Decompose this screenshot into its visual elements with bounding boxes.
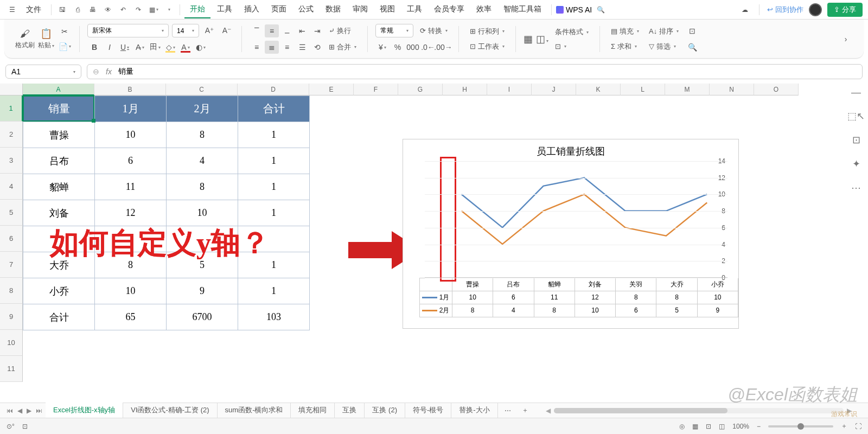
table-header-cell[interactable]: 合计 xyxy=(238,96,310,122)
table-cell[interactable]: 1 xyxy=(238,278,310,304)
print-icon[interactable]: 🖶 xyxy=(86,3,99,16)
zoom-slider[interactable] xyxy=(768,425,833,427)
orientation-icon[interactable]: ⟲ xyxy=(310,41,324,54)
expand-icon[interactable]: ⊡ xyxy=(685,24,699,37)
hamburger-icon[interactable]: ☰ xyxy=(5,3,18,16)
fx-icon[interactable]: fx xyxy=(106,67,112,76)
menu-数据[interactable]: 数据 xyxy=(320,1,346,18)
name-box[interactable]: A1▾ xyxy=(5,65,81,79)
decrease-font-icon[interactable]: A⁻ xyxy=(220,24,234,37)
col-header-K[interactable]: K xyxy=(576,84,621,95)
table-cell[interactable]: 12 xyxy=(95,200,167,226)
select-all-corner[interactable] xyxy=(0,84,23,95)
col-header-N[interactable]: N xyxy=(710,84,754,95)
row-header-10[interactable]: 10 xyxy=(0,330,23,356)
row-header-7[interactable]: 7 xyxy=(0,252,23,278)
col-header-B[interactable]: B xyxy=(94,84,166,95)
bold-button[interactable]: B xyxy=(87,41,101,54)
table-cell[interactable]: 10 xyxy=(167,200,238,226)
table-header-cell[interactable]: 销量 xyxy=(23,96,95,122)
collapse-ribbon-icon[interactable]: › xyxy=(839,33,853,46)
table-cell[interactable]: 65 xyxy=(95,304,167,330)
table-style-icon[interactable]: ▦ xyxy=(524,33,533,45)
zoom-in-icon[interactable]: ＋ xyxy=(841,422,847,431)
table-cell[interactable] xyxy=(167,226,238,252)
row-header-11[interactable]: 11 xyxy=(0,356,23,382)
add-sheet-icon[interactable]: ＋ xyxy=(518,406,533,415)
row-header-2[interactable]: 2 xyxy=(0,122,23,148)
menu-会员专享[interactable]: 会员专享 xyxy=(429,1,470,18)
align-left-icon[interactable]: ≡ xyxy=(250,41,264,54)
table-cell[interactable]: 8 xyxy=(167,174,238,200)
col-header-H[interactable]: H xyxy=(443,84,487,95)
table-cell[interactable]: 刘备 xyxy=(23,200,95,226)
table-cell[interactable] xyxy=(95,226,167,252)
table-header-cell[interactable]: 1月 xyxy=(95,96,167,122)
menu-审阅[interactable]: 审阅 xyxy=(347,1,373,18)
col-header-M[interactable]: M xyxy=(665,84,710,95)
undo-icon[interactable]: ↶ xyxy=(117,3,130,16)
increase-font-icon[interactable]: A⁺ xyxy=(202,24,216,37)
sheet-tab[interactable]: 互换 (2) xyxy=(365,403,405,419)
underline-button[interactable]: U▾ xyxy=(118,41,132,54)
menu-智能工具箱[interactable]: 智能工具箱 xyxy=(498,1,547,18)
find-icon[interactable]: 🔍 xyxy=(685,41,699,54)
fill-color-button[interactable]: ◇▾ xyxy=(163,41,177,54)
table-cell[interactable]: 6700 xyxy=(167,304,238,330)
font-color-button[interactable]: A▾ xyxy=(178,41,193,54)
col-header-F[interactable]: F xyxy=(354,84,398,95)
menu-插入[interactable]: 插入 xyxy=(239,1,265,18)
table-cell[interactable]: 9 xyxy=(167,278,238,304)
formula-bar[interactable]: ⊖ fx 销量 xyxy=(87,64,863,79)
menu-页面[interactable]: 页面 xyxy=(266,1,292,18)
back-to-collab-link[interactable]: ↩ 回到协作 xyxy=(767,5,803,15)
cells-area[interactable]: 销量1月2月合计 曹操1081吕布641貂蝉1181刘备12101大乔851小乔… xyxy=(23,95,857,387)
row-col-button[interactable]: ⊞ 行和列▾ xyxy=(467,25,508,37)
row-header-5[interactable]: 5 xyxy=(0,200,23,226)
sheet-tab[interactable]: 符号-根号 xyxy=(405,403,451,419)
menu-工具[interactable]: 工具 xyxy=(401,1,427,18)
sheet-tab[interactable]: 替换-大小 xyxy=(451,403,497,419)
sheet-next-icon[interactable]: ▶ xyxy=(25,407,33,414)
more-icon[interactable]: ▾ xyxy=(162,3,175,16)
sheet-tab[interactable]: sum函数-横向求和 xyxy=(218,403,291,419)
wps-ai-button[interactable]: WPS AI xyxy=(556,5,592,14)
sheet-tab[interactable]: VI函数公式-精确-工资 (2) xyxy=(123,403,217,419)
table-cell[interactable]: 1 xyxy=(238,174,310,200)
col-header-E[interactable]: E xyxy=(309,84,354,95)
table-cell[interactable]: 合计 xyxy=(23,304,95,330)
col-header-O[interactable]: O xyxy=(754,84,799,95)
freeze-button[interactable]: ⊡▾ xyxy=(552,41,592,52)
currency-icon[interactable]: ¥▾ xyxy=(375,41,390,54)
cell-style-icon[interactable]: ◫▾ xyxy=(536,33,548,45)
preview-icon[interactable]: 👁 xyxy=(101,3,114,16)
decrease-decimal-icon[interactable]: .0← xyxy=(421,41,435,54)
file-menu[interactable]: 文件 xyxy=(21,2,47,18)
fullscreen-icon[interactable]: ⛶ xyxy=(855,423,861,430)
dropdown-icon[interactable]: ▦▾ xyxy=(147,3,160,16)
table-cell[interactable]: 6 xyxy=(95,148,167,174)
merge-button[interactable]: ⊞ 合并▾ xyxy=(326,41,360,54)
menu-开始[interactable]: 开始 xyxy=(184,1,210,18)
menu-效率[interactable]: 效率 xyxy=(471,1,497,18)
row-header-6[interactable]: 6 xyxy=(0,226,23,252)
format-painter-button[interactable]: 🖌格式刷 xyxy=(15,28,35,50)
save-as-icon[interactable]: ⎙ xyxy=(71,3,84,16)
align-bottom-icon[interactable]: ⎽ xyxy=(280,24,294,37)
table-cell[interactable]: 1 xyxy=(238,200,310,226)
menu-视图[interactable]: 视图 xyxy=(374,1,400,18)
cut-icon[interactable]: ✂ xyxy=(58,25,72,38)
redo-icon[interactable]: ↷ xyxy=(132,3,145,16)
font-name-select[interactable]: 新宋体▾ xyxy=(87,24,169,37)
table-cell[interactable]: 10 xyxy=(95,122,167,148)
paste-button[interactable]: 📋粘贴▾ xyxy=(38,28,54,50)
sheet-tab[interactable]: Excel折线图-x轴y轴 xyxy=(46,403,123,419)
table-cell[interactable]: 5 xyxy=(167,252,238,278)
row-header-1[interactable]: 1 xyxy=(0,95,23,122)
sheet-prev-icon[interactable]: ◀ xyxy=(16,407,23,414)
worksheet-button[interactable]: ⊡ 工作表▾ xyxy=(467,41,508,53)
zoom-out-icon[interactable]: − xyxy=(757,423,761,430)
copy-icon[interactable]: 📄▾ xyxy=(58,40,72,53)
sheet-last-icon[interactable]: ⏭ xyxy=(35,407,43,414)
table-cell[interactable]: 曹操 xyxy=(23,122,95,148)
